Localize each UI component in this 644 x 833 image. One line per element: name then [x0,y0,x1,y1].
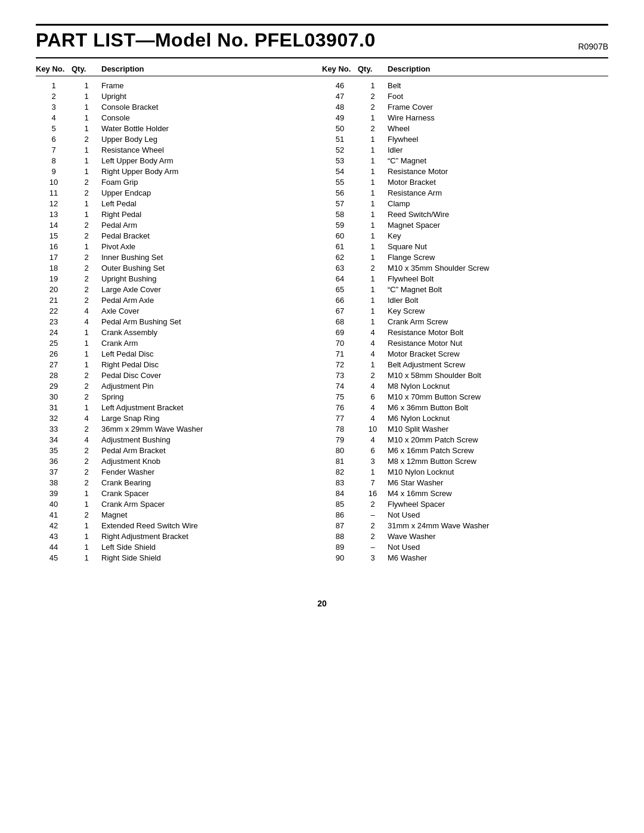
cell-qty: 1 [72,349,101,358]
cell-keyno: 11 [36,188,72,197]
cell-keyno: 20 [36,285,72,294]
cell-keyno: 68 [322,317,358,326]
cell-keyno: 58 [322,210,358,219]
cell-desc: Wave Washer [388,532,608,541]
cell-desc: Key [388,231,608,240]
cell-qty: 1 [358,167,388,176]
cell-qty: 4 [358,339,388,348]
table-row: 30 2 Spring [36,391,322,402]
cell-keyno: 57 [322,199,358,208]
cell-qty: 1 [72,242,101,251]
cell-desc: Pedal Arm Bushing Set [101,317,322,326]
table-row: 15 2 Pedal Bracket [36,230,322,241]
cell-qty: 1 [72,199,101,208]
table-row: 13 1 Right Pedal [36,209,322,219]
cell-desc: M6 x 36mm Button Bolt [388,403,608,412]
table-row: 54 1 Resistance Motor [322,166,608,176]
table-row: 46 1 Belt [322,80,608,91]
cell-desc: Belt Adjustment Screw [388,360,608,369]
cell-desc: “C” Magnet [388,156,608,165]
cell-desc: Spring [101,392,322,401]
cell-qty: 4 [358,328,388,337]
table-row: 66 1 Idler Bolt [322,295,608,305]
cell-keyno: 36 [36,457,72,466]
cell-keyno: 24 [36,328,72,337]
cell-qty: 2 [358,532,388,541]
table-row: 18 2 Outer Bushing Set [36,262,322,273]
table-row: 23 4 Pedal Arm Bushing Set [36,316,322,327]
cell-keyno: 53 [322,156,358,165]
cell-desc: Foam Grip [101,178,322,187]
cell-desc: Pedal Arm Bracket [101,446,322,455]
table-row: 38 2 Crank Bearing [36,477,322,488]
table-row: 83 7 M6 Star Washer [322,477,608,488]
table-row: 10 2 Foam Grip [36,176,322,187]
cell-desc: Large Snap Ring [101,414,322,423]
table-row: 52 1 Idler [322,144,608,155]
cell-qty: 4 [358,382,388,391]
table-row: 31 1 Left Adjustment Bracket [36,402,322,413]
table-row: 60 1 Key [322,230,608,241]
table-row: 41 2 Magnet [36,509,322,520]
cell-qty: 2 [72,478,101,487]
cell-desc: Water Bottle Holder [101,124,322,133]
cell-desc: Adjustment Pin [101,382,322,391]
page-footer: 20 [36,599,608,608]
cell-keyno: 23 [36,317,72,326]
cell-keyno: 65 [322,285,358,294]
cell-keyno: 12 [36,199,72,208]
cell-desc: Belt [388,81,608,90]
cell-qty: 4 [358,349,388,358]
table-row: 22 4 Axle Cover [36,305,322,316]
table-row: 51 1 Flywheel [322,134,608,144]
cell-desc: Crank Arm [101,339,322,348]
right-desc-header: Description [388,64,608,73]
left-qty-header: Qty. [72,64,101,73]
cell-keyno: 13 [36,210,72,219]
cell-desc: M10 x 35mm Shoulder Screw [388,264,608,272]
cell-qty: 1 [72,489,101,498]
cell-keyno: 1 [36,81,72,90]
table-row: 17 2 Inner Bushing Set [36,252,322,262]
cell-keyno: 33 [36,425,72,433]
cell-qty: 6 [358,392,388,401]
cell-desc: Inner Bushing Set [101,253,322,262]
cell-desc: “C” Magnet Bolt [388,285,608,294]
table-row: 27 1 Right Pedal Disc [36,359,322,370]
cell-keyno: 60 [322,231,358,240]
cell-qty: 1 [72,553,101,562]
cell-desc: Crank Assembly [101,328,322,337]
cell-qty: 2 [358,103,388,112]
cell-keyno: 45 [36,553,72,562]
cell-qty: 1 [72,156,101,165]
left-keyno-header: Key No. [36,64,72,73]
cell-qty: 1 [72,145,101,154]
table-row: 48 2 Frame Cover [322,101,608,112]
cell-qty: 1 [358,242,388,251]
cell-keyno: 49 [322,113,358,122]
cell-desc: Pedal Disc Cover [101,371,322,380]
cell-desc: Flywheel [388,135,608,144]
cell-desc: Clamp [388,199,608,208]
cell-desc: Idler [388,145,608,154]
table-row: 78 10 M10 Split Washer [322,423,608,434]
cell-desc: Foot [388,92,608,101]
cell-keyno: 71 [322,349,358,358]
cell-keyno: 32 [36,414,72,423]
cell-qty: 2 [72,425,101,433]
top-border [36,24,608,26]
cell-keyno: 19 [36,274,72,283]
cell-qty: 2 [72,135,101,144]
cell-desc: Upper Body Leg [101,135,322,144]
cell-desc: M10 x 20mm Patch Screw [388,435,608,444]
right-keyno-header: Key No. [322,64,358,73]
parts-table: 1 1 Frame 2 1 Upright 3 1 Console Bracke… [36,80,608,563]
cell-desc: Idler Bolt [388,296,608,305]
cell-qty: 2 [72,457,101,466]
cell-desc: M10 Split Washer [388,425,608,433]
cell-keyno: 4 [36,113,72,122]
right-qty-header: Qty. [358,64,388,73]
cell-keyno: 30 [36,392,72,401]
cell-keyno: 67 [322,306,358,315]
table-row: 76 4 M6 x 36mm Button Bolt [322,402,608,413]
